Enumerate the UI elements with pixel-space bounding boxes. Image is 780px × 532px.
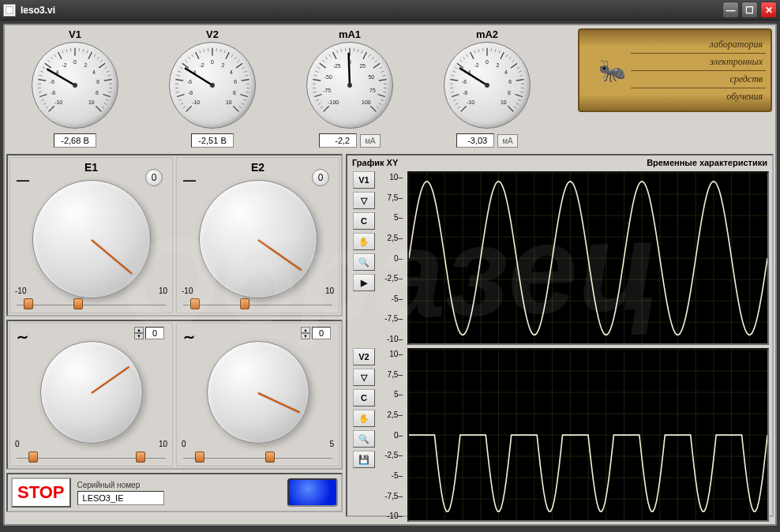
svg-line-138 (381, 71, 384, 73)
range-slider[interactable] (17, 451, 166, 463)
svg-line-84 (244, 71, 247, 73)
knob-label: E1 (84, 161, 98, 174)
scope-v2[interactable] (407, 348, 769, 522)
range-slider[interactable] (17, 298, 166, 309)
svg-line-13 (47, 60, 50, 62)
zero-button[interactable]: 0 (312, 169, 329, 186)
svg-line-119 (317, 67, 320, 69)
svg-line-189 (517, 67, 519, 69)
range-slider[interactable] (183, 298, 332, 309)
svg-line-31 (108, 75, 111, 76)
clear-button[interactable]: С (353, 212, 375, 230)
svg-line-78 (226, 52, 229, 59)
svg-line-161 (458, 107, 460, 108)
knob-f1[interactable] (40, 341, 143, 444)
svg-line-32 (104, 80, 112, 81)
svg-text:6: 6 (96, 79, 99, 84)
arrow-down-icon[interactable]: ▽ (353, 369, 375, 386)
svg-line-9 (39, 75, 43, 76)
svg-line-118 (315, 71, 318, 73)
svg-line-188 (511, 63, 517, 68)
svg-text:2: 2 (221, 62, 224, 68)
svg-line-198 (516, 103, 519, 105)
save-icon[interactable]: 💾 (353, 451, 375, 468)
scope-v1[interactable] (407, 171, 769, 345)
svg-line-124 (333, 52, 336, 59)
channel-v2-button[interactable]: V2 (353, 348, 375, 365)
channel-v1-button[interactable]: V1 (353, 171, 375, 189)
close-button[interactable]: ✕ (760, 2, 777, 18)
svg-line-162 (456, 103, 458, 105)
clear-button[interactable]: С (353, 389, 375, 406)
svg-text:-2: -2 (474, 62, 479, 68)
svg-text:25: 25 (360, 63, 366, 69)
app-icon (3, 4, 16, 17)
svg-text:-10: -10 (54, 99, 62, 105)
knob-e1[interactable] (32, 180, 151, 298)
knob-f2[interactable] (207, 341, 309, 444)
svg-line-27 (100, 60, 103, 62)
spin-control[interactable]: ▲▼ 0 (301, 327, 331, 339)
svg-line-187 (512, 60, 515, 62)
knob-e2-cell: E2 — 0 -1010 (176, 157, 339, 313)
pan-icon[interactable]: ✋ (353, 410, 375, 427)
svg-line-90 (240, 95, 247, 97)
svg-line-91 (243, 99, 246, 101)
minus-icon: — (17, 174, 29, 188)
svg-line-30 (107, 71, 110, 73)
svg-line-55 (183, 107, 186, 108)
range-slider[interactable] (183, 451, 332, 463)
window-title: leso3.vi (21, 5, 722, 16)
serial-input[interactable]: LESO3_IE (77, 491, 164, 505)
svg-text:4: 4 (92, 69, 96, 75)
svg-line-92 (242, 103, 244, 105)
gauge-label: V1 (69, 28, 81, 40)
zoom-icon[interactable]: 🔍 (353, 253, 375, 271)
svg-line-111 (316, 99, 319, 101)
stop-button[interactable]: STOP (11, 478, 71, 508)
svg-text:10: 10 (226, 99, 232, 105)
svg-line-108 (324, 106, 329, 111)
spin-down-icon: ▼ (301, 333, 310, 339)
ant-icon: 🐜 (598, 58, 626, 84)
maximize-button[interactable]: ☐ (741, 2, 758, 18)
pan-icon[interactable]: ✋ (353, 233, 375, 250)
svg-text:50: 50 (368, 74, 374, 80)
gauge-dial: -100-75-50-250255075100 (306, 42, 393, 129)
zero-button[interactable]: 0 (145, 169, 163, 186)
svg-line-57 (178, 99, 182, 101)
arrow-down-icon[interactable]: ▽ (353, 192, 375, 209)
svg-line-197 (518, 99, 521, 101)
knob-label: E2 (251, 161, 264, 174)
svg-line-85 (246, 75, 249, 76)
zoom-icon[interactable]: 🔍 (353, 430, 375, 448)
svg-text:4: 4 (230, 69, 233, 75)
svg-text:-10: -10 (192, 99, 200, 105)
gauge-ma2: mA2 -10-8-6-4-20246810 -3,03 мА (420, 28, 554, 148)
svg-line-190 (519, 71, 522, 73)
minimize-button[interactable]: — (722, 2, 739, 18)
svg-line-67 (185, 60, 187, 62)
play-icon[interactable]: ▶ (353, 274, 375, 291)
knob-f1-cell: ∼ ▲▼ 0 010 (9, 323, 173, 466)
svg-line-66 (182, 63, 189, 68)
svg-line-94 (233, 106, 238, 111)
svg-line-86 (242, 80, 249, 81)
svg-line-16 (58, 52, 62, 59)
gauge-unit: мА (497, 134, 518, 148)
knob-e1-cell: E1 — 0 -1010 (9, 157, 173, 313)
knob-e2[interactable] (199, 180, 317, 298)
svg-text:6: 6 (508, 79, 512, 84)
svg-line-139 (383, 75, 386, 76)
svg-text:-8: -8 (188, 90, 193, 96)
logo-line: средств (631, 71, 766, 88)
svg-line-121 (322, 60, 324, 62)
knob-panel-e: E1 — 0 -1010 E2 — 0 -1010 (6, 154, 343, 317)
svg-line-140 (379, 80, 387, 81)
svg-line-64 (178, 71, 181, 73)
y-axis-v2: 10–7,5–5–2,5–0–-2,5–-5–-7,5–-10– (381, 348, 404, 522)
spin-up-icon: ▲ (134, 327, 144, 333)
svg-text:-6: -6 (187, 79, 192, 84)
spin-control[interactable]: ▲▼ 0 (134, 327, 164, 339)
sine-icon: ∼ (17, 328, 28, 346)
